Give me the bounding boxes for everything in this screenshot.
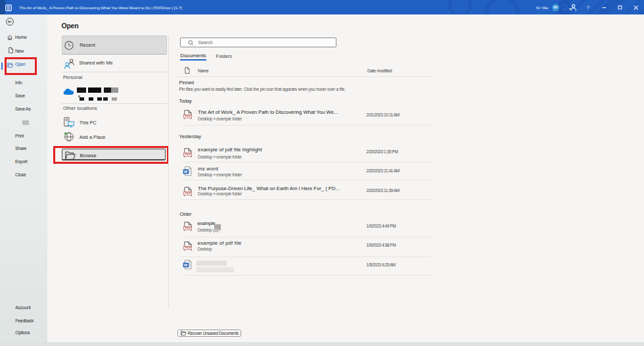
svg-text:PDF: PDF <box>185 226 191 230</box>
svg-text:PDF: PDF <box>185 153 191 156</box>
svg-text:PDF: PDF <box>185 192 191 195</box>
svg-text:PDF: PDF <box>185 115 191 118</box>
svg-text:W: W <box>183 263 187 267</box>
svg-text:W: W <box>183 170 187 174</box>
svg-text:PDF: PDF <box>185 246 191 249</box>
